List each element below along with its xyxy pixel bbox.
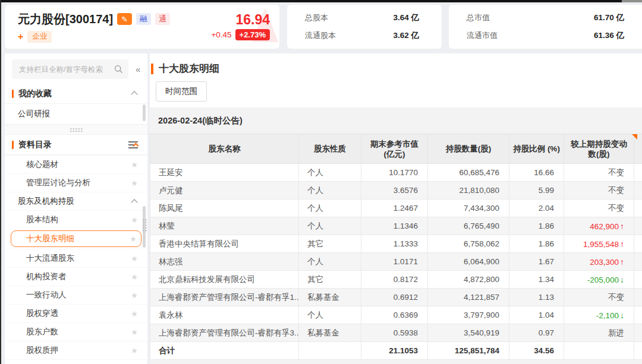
sidebar-item-8[interactable]: 股权穿透★ — [5, 304, 147, 322]
cell-shares: 60,685,476 — [428, 164, 509, 182]
cell-mv: 0.6369 — [361, 306, 428, 324]
table-row[interactable]: 陈凤尾个人1.24677,434,3002.04不变 — [150, 200, 642, 217]
favorite-star-icon[interactable]: ★ — [131, 291, 138, 300]
favorite-star-icon[interactable]: ★ — [131, 273, 138, 281]
stock-connect-badge[interactable]: 通 — [155, 13, 170, 25]
favorites-section-header[interactable]: 我的收藏 — [5, 84, 147, 104]
arrow-down-icon: ↓ — [620, 311, 624, 320]
sidebar-item-9[interactable]: 股东户数★ — [5, 322, 147, 341]
cell-mv: 1.0171 — [361, 253, 428, 271]
favorite-star-icon[interactable]: ★ — [131, 254, 138, 263]
edit-pencil-icon[interactable]: ✎ — [117, 13, 132, 25]
sidebar-item-label: 股东及机构持股 — [18, 196, 132, 207]
cell-name: 林莹 — [150, 217, 299, 235]
cell-chg: 不变 — [564, 182, 634, 200]
sidebar-item-3[interactable]: 股本结构★ — [5, 210, 147, 229]
plus-icon[interactable]: + — [18, 32, 23, 42]
table-row[interactable]: 林莹个人1.13466,765,4901.86462,900↑ — [150, 217, 642, 235]
panel-resize-handle[interactable] — [142, 219, 148, 233]
sidebar-search-box — [12, 59, 128, 79]
cell-pct: 1.13 — [509, 289, 564, 306]
margin-trading-badge[interactable]: 融 — [136, 13, 151, 25]
collapse-all-icon[interactable] — [128, 141, 138, 148]
table-row[interactable]: 王延安个人10.177060,685,47616.66不变 — [150, 164, 642, 182]
chevron-up-icon[interactable] — [131, 91, 137, 97]
arrow-up-icon: ↑ — [620, 221, 624, 231]
float-shares-row: 流通股本 3.62 亿 — [305, 30, 419, 41]
favorite-star-icon[interactable]: ★ — [131, 179, 138, 188]
favorite-star-icon[interactable]: ★ — [131, 328, 138, 337]
cell-type: 个人 — [299, 164, 361, 182]
favorite-star-icon[interactable]: ★ — [131, 216, 138, 224]
holders-table: 股东名称股东性质期末参考市值 (亿元)持股数量(股)持股比例 (%)较上期持股变… — [150, 134, 642, 360]
stock-summary-card: 元力股份[300174] ✎ 融 通 + 企业 16.94 +0.45 +2.7… — [5, 5, 279, 49]
favorite-star-icon[interactable]: ★ — [131, 160, 138, 169]
cell-filler — [634, 182, 642, 200]
column-header-2: 期末参考市值 (亿元) — [361, 134, 428, 164]
cell-mv: 3.6576 — [361, 182, 428, 200]
sidebar-item-5[interactable]: 十大流通股东★ — [5, 249, 147, 267]
cell-chg: -205,000↓ — [564, 271, 634, 289]
table-total-row[interactable]: 合计21.1053125,851,78434.56 — [150, 342, 642, 360]
sidebar-item-0[interactable]: 核心题材★ — [5, 155, 147, 173]
cell-pct: 0.97 — [509, 324, 564, 342]
cell-filler — [634, 164, 642, 182]
cell-filler — [634, 289, 642, 306]
table-row[interactable]: 上海睿郡资产管理有限公司-睿郡有孚3...私募基金0.59383,540,919… — [150, 324, 642, 342]
favorite-star-icon[interactable]: ★ — [131, 346, 138, 355]
table-row[interactable]: 上海睿郡资产管理有限公司-睿郡有孚1...私募基金0.69124,121,857… — [150, 289, 642, 306]
cell-chg: 1,955,548↑ — [564, 235, 634, 253]
sidebar: « 我的收藏 公司研报 资料目录 核心题材★管理层讨论与分析★股东及机构持股股本… — [5, 53, 147, 364]
favorite-star-icon[interactable]: ★ — [130, 235, 137, 243]
sidebar-item-label: 管理层讨论与分析 — [26, 178, 131, 188]
stock-price: 16.94 — [235, 13, 270, 27]
arrow-up-icon: ↑ — [620, 257, 624, 267]
time-range-button[interactable]: 时间范围 — [156, 81, 207, 102]
window-top-edge-right — [622, 0, 642, 2]
sidebar-item-label: 股东户数 — [26, 327, 131, 337]
cell-type: 其它 — [299, 271, 361, 289]
sidebar-section-divider[interactable] — [5, 124, 147, 135]
sidebar-item-4-selected[interactable]: 十大股东明细★ — [11, 230, 141, 247]
search-icon — [114, 65, 123, 76]
table-row[interactable]: 林志强个人1.01716,064,9001.67203,300↑ — [150, 253, 642, 271]
cell-name: 上海睿郡资产管理有限公司-睿郡有孚3... — [150, 324, 299, 342]
sidebar-item-label: 核心题材 — [26, 159, 131, 170]
price-change: +0.45 — [211, 30, 231, 39]
cell-name: 王延安 — [150, 164, 299, 182]
cell-mv: 1.2467 — [361, 200, 428, 217]
enterprise-badge[interactable]: 企业 — [27, 31, 52, 43]
total-shares-value: 3.64 亿 — [393, 12, 419, 23]
table-row[interactable]: 香港中央结算有限公司其它1.13336,758,0621.861,955,548… — [150, 235, 642, 253]
sidebar-item-1[interactable]: 管理层讨论与分析★ — [5, 173, 147, 192]
total-mktcap-label: 总市值 — [467, 12, 490, 23]
float-mktcap-row: 流通市值 61.36 亿 — [467, 30, 624, 41]
sidebar-item-10[interactable]: 股权质押★ — [5, 341, 147, 359]
column-header-5: 较上期持股变动数(股) — [564, 134, 634, 164]
favorites-scrollbar[interactable] — [143, 105, 146, 121]
cell-mv: 0.5938 — [361, 324, 428, 342]
float-mktcap-value: 61.36 亿 — [594, 30, 624, 41]
table-row[interactable]: 北京鼎耘科技发展有限公司其它0.81724,872,8001.34-205,00… — [150, 271, 642, 289]
sidebar-item-11[interactable]: 限售解禁★ — [5, 359, 147, 364]
sidebar-item-2[interactable]: 股东及机构持股 — [5, 192, 147, 210]
sidebar-item-label: 机构投资者 — [26, 271, 131, 282]
catalog-section-header[interactable]: 资料目录 — [5, 135, 147, 155]
table-row[interactable]: 卢元健个人3.657621,810,0805.99不变 — [150, 182, 642, 200]
table-row[interactable]: 袁永林个人0.63693,797,9001.04-2,100↓ — [150, 306, 642, 324]
cell-name: 陈凤尾 — [150, 200, 299, 217]
chevron-up-icon[interactable] — [131, 199, 137, 205]
favorite-star-icon[interactable]: ★ — [131, 309, 138, 318]
sidebar-item-6[interactable]: 机构投资者★ — [5, 267, 147, 286]
header: 元力股份[300174] ✎ 融 通 + 企业 16.94 +0.45 +2.7… — [5, 5, 642, 49]
cell-type: 私募基金 — [299, 289, 361, 306]
sidebar-item-company-research[interactable]: 公司研报 — [5, 104, 147, 124]
accent-bar — [12, 90, 14, 98]
search-input[interactable] — [12, 59, 128, 79]
sidebar-collapse-icon[interactable]: « — [133, 64, 143, 74]
sidebar-item-7[interactable]: 一致行动人★ — [5, 286, 147, 304]
cell-mv: 0.6912 — [361, 289, 428, 306]
cell-shares: 3,540,919 — [428, 324, 509, 342]
cell-filler — [634, 306, 642, 324]
cell-pct: 2.04 — [509, 200, 564, 217]
